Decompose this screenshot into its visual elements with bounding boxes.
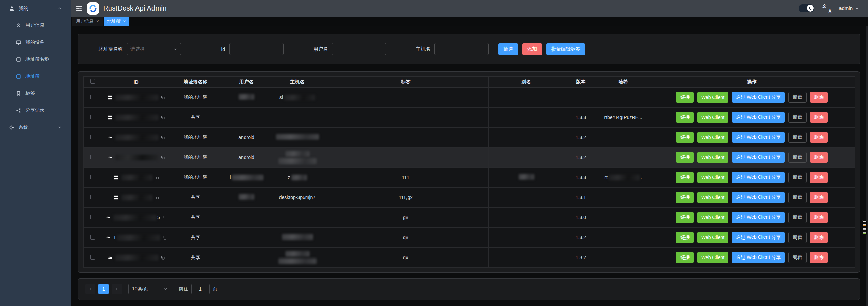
copy-icon[interactable] [155,195,159,200]
copy-icon[interactable] [155,175,159,180]
row-action-button[interactable]: Web Client [697,112,728,123]
cell-actions: 链接Web Client通过 Web Client 分享编辑删除 [649,108,855,128]
row-action-button[interactable]: Web Client [697,92,728,103]
scrollbar-minimap[interactable] [862,220,867,235]
row-checkbox[interactable] [90,215,95,219]
username-input[interactable] [332,43,386,55]
android-icon [105,215,111,221]
row-action-button[interactable]: 删除 [810,132,828,143]
row-action-button[interactable]: Web Client [697,252,728,263]
language-switch-icon[interactable]: 文 A [822,4,831,13]
sidebar-item-my-devices[interactable]: 我的设备 [0,34,71,51]
row-action-button[interactable]: 链接 [676,132,694,143]
row-action-button[interactable]: 删除 [810,252,828,263]
sidebar-item-system[interactable]: 系统 [0,119,71,136]
next-page-button[interactable] [112,284,122,294]
row-action-button[interactable]: 编辑 [788,132,807,143]
goto-page-input[interactable] [191,284,210,294]
sidebar-collapse-icon[interactable] [75,5,83,12]
tab-close-icon[interactable]: × [96,19,99,23]
sidebar-item-address-book[interactable]: 地址簿 [0,68,71,85]
user-menu[interactable]: admin [839,5,859,11]
filter-button[interactable]: 批量编辑标签 [546,43,585,55]
page-number-button[interactable]: 1 [98,284,109,294]
row-action-button[interactable]: 通过 Web Client 分享 [732,112,785,123]
row-action-button[interactable]: Web Client [697,172,728,183]
row-action-button[interactable]: Web Client [697,152,728,163]
row-action-button[interactable]: 通过 Web Client 分享 [732,172,785,183]
row-action-button[interactable]: Web Client [697,192,728,203]
hostname-input[interactable] [434,43,489,55]
row-action-button[interactable]: 通过 Web Client 分享 [732,232,785,243]
row-action-button[interactable]: Web Client [697,132,728,143]
row-checkbox[interactable] [90,175,95,179]
row-action-button[interactable]: 删除 [810,232,828,243]
row-action-button[interactable]: 链接 [676,172,694,183]
row-action-button[interactable]: 编辑 [788,92,807,103]
sidebar-item-mine[interactable]: 我的 [0,0,71,17]
copy-icon[interactable] [161,95,165,100]
row-action-button[interactable]: 删除 [810,92,828,103]
row-action-button[interactable]: 通过 Web Client 分享 [732,132,785,143]
sidebar-item-share-records[interactable]: 分享记录 [0,102,71,119]
page-size-select[interactable]: 10条/页 [128,284,171,294]
row-action-button[interactable]: 删除 [810,172,828,183]
row-checkbox[interactable] [90,79,95,84]
copy-icon[interactable] [161,155,165,160]
row-action-button[interactable]: 链接 [676,152,694,163]
row-action-button[interactable]: 链接 [676,192,694,203]
copy-icon[interactable] [162,235,167,240]
filter-button[interactable]: 添加 [522,43,542,55]
minimap-mark [863,233,866,234]
scrollbar-track[interactable] [866,26,868,306]
sidebar-item-address-book-names[interactable]: 地址簿名称 [0,51,71,68]
prev-page-button[interactable] [85,284,95,294]
sidebar-item-user-info[interactable]: 用户信息 [0,17,71,34]
row-action-button[interactable]: 链接 [676,92,694,103]
row-checkbox[interactable] [90,255,95,260]
row-action-button[interactable]: 链接 [676,112,694,123]
row-action-button[interactable]: 编辑 [788,252,807,263]
row-action-button[interactable]: 编辑 [788,192,807,203]
row-action-button[interactable]: 删除 [810,112,828,123]
row-action-button[interactable]: 通过 Web Client 分享 [732,252,785,263]
row-action-button[interactable]: Web Client [697,212,728,223]
sidebar-item-tags[interactable]: 标签 [0,85,71,102]
row-action-button[interactable]: 通过 Web Client 分享 [732,92,785,103]
filter-button[interactable]: 筛选 [498,43,518,55]
row-action-button[interactable]: 编辑 [788,232,807,243]
row-checkbox[interactable] [90,135,95,139]
dark-mode-toggle[interactable] [799,4,814,12]
cell-book: 我的地址簿 [170,128,221,148]
row-action-button[interactable]: 编辑 [788,212,807,223]
copy-icon[interactable] [161,115,165,120]
row-action-button[interactable]: 通过 Web Client 分享 [732,212,785,223]
row-action-button[interactable]: 删除 [810,192,828,203]
tab-close-icon[interactable]: × [123,19,126,23]
row-checkbox[interactable] [90,235,95,240]
row-action-button[interactable]: 通过 Web Client 分享 [732,152,785,163]
id-input[interactable] [229,43,284,55]
cell-tags: gx [323,208,489,228]
table-row: 我的地址簿lz1111.3.3rt.链接Web Client通过 Web Cli… [84,168,855,188]
row-checkbox[interactable] [90,115,95,119]
row-action-button[interactable]: 编辑 [788,172,807,183]
row-action-button[interactable]: 链接 [676,232,694,243]
row-action-button[interactable]: 链接 [676,252,694,263]
copy-icon[interactable] [161,255,165,260]
row-action-button[interactable]: 编辑 [788,112,807,123]
row-checkbox[interactable] [90,95,95,99]
tab[interactable]: 用户信息× [72,17,103,26]
row-action-button[interactable]: 编辑 [788,152,807,163]
row-action-button[interactable]: 删除 [810,152,828,163]
book-name-select[interactable]: 请选择 [127,43,181,55]
copy-icon[interactable] [162,215,167,220]
row-action-button[interactable]: 通过 Web Client 分享 [732,192,785,203]
row-action-button[interactable]: 删除 [810,212,828,223]
copy-icon[interactable] [161,135,165,140]
row-action-button[interactable]: Web Client [697,232,728,243]
tab[interactable]: 地址簿× [104,17,130,26]
row-checkbox[interactable] [90,195,95,199]
row-checkbox[interactable] [90,155,95,159]
row-action-button[interactable]: 链接 [676,212,694,223]
